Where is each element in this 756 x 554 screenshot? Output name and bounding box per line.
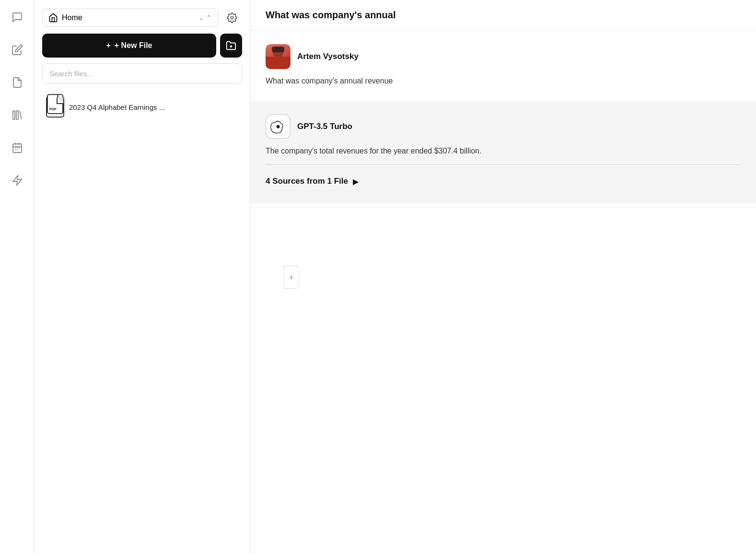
new-folder-button[interactable] <box>220 34 242 58</box>
file-name: 2023 Q4 Alphabet Earnings ... <box>69 103 165 111</box>
file-list: PDF 2023 Q4 Alphabet Earnings ... <box>42 92 242 122</box>
svg-text:PDF: PDF <box>49 107 57 111</box>
file-item[interactable]: PDF 2023 Q4 Alphabet Earnings ... <box>42 92 242 122</box>
svg-rect-0 <box>13 111 15 119</box>
home-icon <box>48 13 58 23</box>
ai-message-header: GPT-3.5 Turbo <box>266 114 741 139</box>
page-title: What was company's annual <box>266 10 395 20</box>
collapse-icon: ‹ <box>290 272 293 282</box>
new-file-label: + New File <box>115 41 152 50</box>
ai-message-body: The company's total revenues for the yea… <box>266 145 741 157</box>
sidebar-wrapper: Home ⌄ ⌃ + + New File <box>35 0 250 554</box>
sidebar: Home ⌄ ⌃ + + New File <box>35 0 250 554</box>
ai-avatar <box>266 114 291 139</box>
user-message-header: Artem Vysotsky <box>266 44 741 69</box>
user-avatar <box>266 44 291 69</box>
home-selector[interactable]: Home ⌄ ⌃ <box>42 9 218 27</box>
new-file-plus: + <box>106 41 110 50</box>
chat-icon[interactable] <box>8 8 27 27</box>
user-sender-name: Artem Vysotsky <box>297 52 359 61</box>
svg-point-8 <box>15 147 16 148</box>
ai-sender-name: GPT-3.5 Turbo <box>297 122 352 131</box>
svg-rect-1 <box>16 111 18 119</box>
action-row: + + New File <box>42 34 242 58</box>
gear-icon <box>227 12 237 23</box>
home-label: Home <box>62 13 82 22</box>
svg-point-7 <box>15 149 16 150</box>
main-header: What was company's annual <box>250 0 756 31</box>
user-message-body: What was company's annual revenue <box>266 75 741 87</box>
sources-arrow: ▶ <box>353 177 359 186</box>
main-content: What was company's annual Artem Vysotsky… <box>250 0 756 554</box>
sidebar-header: Home ⌄ ⌃ <box>42 8 242 28</box>
icon-rail <box>0 0 35 554</box>
pdf-icon-svg: PDF <box>47 94 63 115</box>
svg-marker-11 <box>13 176 22 185</box>
calendar-icon[interactable] <box>8 138 27 157</box>
settings-button[interactable] <box>222 8 242 28</box>
document-icon[interactable] <box>8 73 27 92</box>
library-icon[interactable] <box>8 106 27 125</box>
svg-point-17 <box>277 125 280 128</box>
edit-icon[interactable] <box>8 40 27 59</box>
home-chevron: ⌄ ⌃ <box>198 14 212 22</box>
ai-message: GPT-3.5 Turbo The company's total revenu… <box>250 101 756 204</box>
search-input[interactable] <box>42 63 242 84</box>
sources-divider <box>266 165 741 165</box>
new-folder-icon <box>226 40 236 51</box>
svg-point-9 <box>17 147 18 148</box>
openai-logo <box>270 119 286 134</box>
svg-point-10 <box>19 147 20 148</box>
new-file-button[interactable]: + + New File <box>42 34 216 58</box>
svg-point-6 <box>17 149 18 150</box>
chat-area: Artem Vysotsky What was company's annual… <box>250 31 756 554</box>
svg-point-12 <box>231 16 233 19</box>
user-message: Artem Vysotsky What was company's annual… <box>250 31 756 101</box>
lightning-icon[interactable] <box>8 171 27 190</box>
sources-label: 4 Sources from 1 File <box>266 177 348 186</box>
sidebar-collapse-button[interactable]: ‹ <box>284 266 299 289</box>
pdf-file-icon: PDF <box>46 96 64 118</box>
sources-row[interactable]: 4 Sources from 1 File ▶ <box>266 173 741 190</box>
